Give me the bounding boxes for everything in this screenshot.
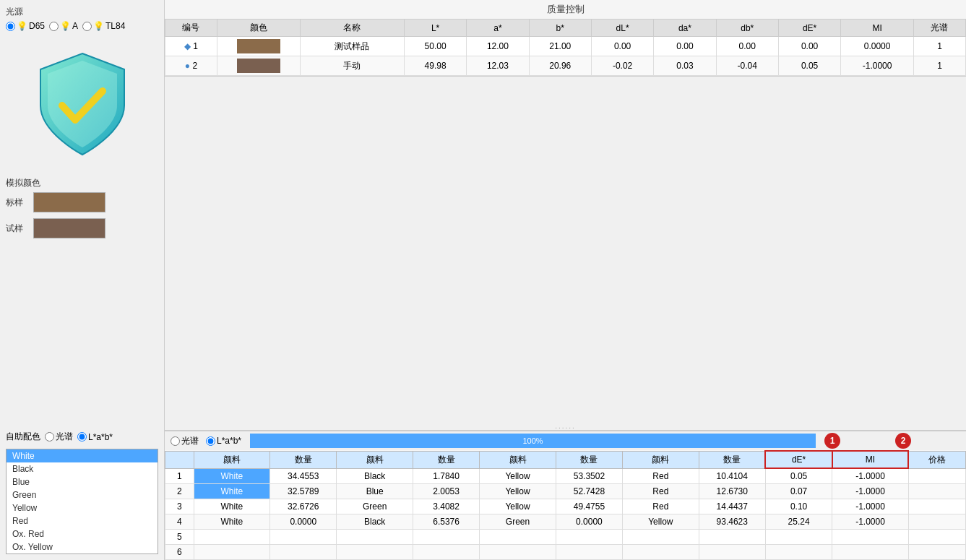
- result-dE-4: 25.24: [765, 514, 832, 530]
- result-price-1: [908, 468, 965, 484]
- qc-col-MI: MI: [841, 20, 914, 37]
- result-p3-2: Yellow: [480, 484, 556, 499]
- qc-cell-dL-1: 0.00: [591, 37, 653, 56]
- result-a1-1: 34.4553: [270, 468, 337, 484]
- list-item-blue[interactable]: Blue: [7, 475, 158, 488]
- result-p3-6: [480, 545, 556, 560]
- result-a3-1: 53.3502: [556, 468, 622, 484]
- test-color-swatch: [33, 218, 105, 238]
- qc-col-spectrum: 光谱: [913, 20, 965, 37]
- qc-cell-name-2: 手动: [301, 56, 405, 76]
- result-a4-6: [699, 545, 765, 560]
- result-price-2: [908, 484, 965, 499]
- standard-color-swatch: [33, 192, 105, 212]
- result-price-6: [908, 545, 965, 560]
- result-row-num-2: 2: [165, 484, 194, 499]
- list-item-yellow[interactable]: Yellow: [7, 501, 158, 514]
- result-row-num-5: 5: [165, 530, 194, 545]
- table-row: 2White32.5789Blue2.0053Yellow52.7428Red1…: [165, 484, 966, 499]
- list-item-black[interactable]: Black: [7, 462, 158, 475]
- radio-bottom-spectrum[interactable]: 光谱: [171, 435, 199, 447]
- list-item-ox-red[interactable]: Ox. Red: [7, 527, 158, 540]
- divider-dots: ......: [555, 422, 576, 430]
- list-item-red[interactable]: Red: [7, 514, 158, 527]
- standard-color-row: 标样: [6, 192, 158, 212]
- result-a4-3: 14.4437: [699, 499, 765, 514]
- qc-cell-dL-2: -0.02: [591, 56, 653, 76]
- result-a4-4: 93.4623: [699, 514, 765, 530]
- radio-lab[interactable]: L*a*b*: [77, 432, 113, 442]
- result-a4-1: 10.4104: [699, 468, 765, 484]
- qc-cell-db-1: 0.00: [716, 37, 778, 56]
- bottom-spectrum-label: 光谱: [181, 435, 199, 447]
- qc-cell-dE-1: 0.00: [778, 37, 840, 56]
- table-row: ● 2 手动 49.98 12.03 20.96 -0.02 0.03 -0.0…: [165, 56, 966, 76]
- result-table: 颜料 数量 颜料 数量 颜料 数量 颜料 数量 dE* MI 价格 1White…: [165, 450, 966, 560]
- result-MI-1: -1.0000: [832, 468, 909, 484]
- result-col-dE: dE*: [765, 451, 832, 468]
- qc-cell-name-1: 测试样品: [301, 37, 405, 56]
- qc-color-swatch-2: [237, 59, 280, 73]
- result-a2-5: [413, 530, 479, 545]
- result-p4-1: Red: [623, 468, 699, 484]
- test-label: 试样: [6, 223, 27, 235]
- list-item-green[interactable]: Green: [7, 488, 158, 501]
- result-a3-3: 49.4755: [556, 499, 622, 514]
- spectrum-label: 光谱: [56, 431, 73, 443]
- light-source-radio-group: 💡 D65 💡 A 💡 TL84: [6, 21, 158, 31]
- result-p1-4: White: [194, 514, 270, 530]
- light-source-section: 光源 💡 D65 💡 A 💡 TL84: [6, 6, 158, 37]
- light-d65-label: D65: [29, 21, 45, 31]
- qc-cell-color-2: [217, 56, 300, 76]
- qc-col-num: 编号: [165, 20, 217, 37]
- result-a4-5: [699, 530, 765, 545]
- result-col-a3: 数量: [556, 451, 622, 468]
- shield-icon: [32, 48, 133, 163]
- radio-spectrum[interactable]: 光谱: [45, 431, 73, 443]
- result-MI-6: [832, 545, 909, 560]
- result-p2-3: Green: [337, 499, 413, 514]
- radio-D65[interactable]: 💡 D65: [6, 21, 45, 31]
- result-dE-1: 0.05: [765, 468, 832, 484]
- progress-text: 100%: [522, 436, 543, 445]
- result-p3-4: Green: [480, 514, 556, 530]
- quality-control-section: 质量控制 编号 颜色 名称 L* a* b* dL* da* db* dE* M…: [165, 0, 966, 76]
- qc-col-color: 颜色: [217, 20, 300, 37]
- result-col-p2: 颜料: [337, 451, 413, 468]
- result-MI-2: -1.0000: [832, 484, 909, 499]
- simulate-color-section: 模拟颜色 标样 试样: [6, 177, 158, 244]
- radio-bottom-lab[interactable]: L*a*b*: [206, 436, 241, 446]
- qc-cell-num-1: ◆ 1: [165, 37, 217, 56]
- list-item-white[interactable]: White: [7, 449, 158, 462]
- result-col-p3: 颜料: [480, 451, 556, 468]
- list-item-ox-yellow[interactable]: Ox. Yellow: [7, 540, 158, 553]
- radio-A[interactable]: 💡 A: [49, 21, 78, 31]
- qc-header-row: 编号 颜色 名称 L* a* b* dL* da* db* dE* MI 光谱: [165, 20, 966, 37]
- result-p4-3: Red: [623, 499, 699, 514]
- result-row-num-1: 1: [165, 468, 194, 484]
- result-a2-6: [413, 545, 479, 560]
- auto-color-label: 自助配色: [6, 431, 40, 443]
- qc-col-L: L*: [404, 20, 466, 37]
- result-col-empty: [165, 451, 194, 468]
- qc-cell-a-1: 12.00: [467, 37, 529, 56]
- lab-label: L*a*b*: [88, 432, 113, 442]
- light-source-label: 光源: [6, 6, 158, 18]
- qc-cell-num-2: ● 2: [165, 56, 217, 76]
- bottom-section: 光谱 L*a*b* 100% 1 2: [165, 431, 966, 560]
- result-p4-6: [623, 545, 699, 560]
- qc-col-b: b*: [529, 20, 591, 37]
- result-a2-2: 2.0053: [413, 484, 479, 499]
- result-p2-2: Blue: [337, 484, 413, 499]
- result-col-MI: MI: [832, 451, 909, 468]
- result-col-p1: 颜料: [194, 451, 270, 468]
- badge-1: 1: [824, 433, 840, 449]
- result-price-5: [908, 530, 965, 545]
- result-price-3: [908, 499, 965, 514]
- result-dE-6: [765, 545, 832, 560]
- qc-cell-MI-2: -1.0000: [841, 56, 914, 76]
- table-row: 5: [165, 530, 966, 545]
- app-container: 光源 💡 D65 💡 A 💡 TL84: [0, 0, 966, 560]
- radio-TL84[interactable]: 💡 TL84: [82, 21, 125, 31]
- table-row: ◆ 1 测试样品 50.00 12.00 21.00 0.00 0.00 0.0…: [165, 37, 966, 56]
